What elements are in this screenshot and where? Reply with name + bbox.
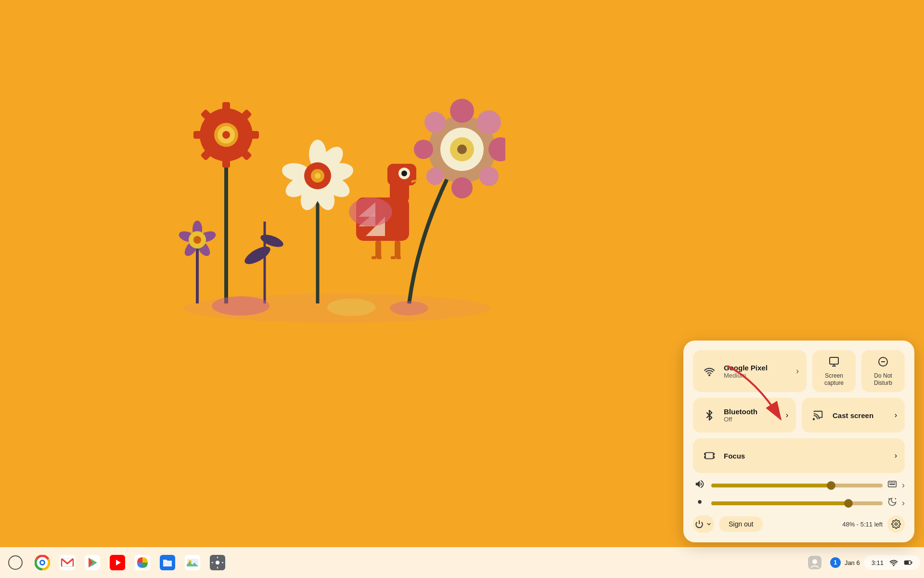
svg-rect-8 — [222, 154, 230, 168]
screen-capture-tile[interactable]: Screen capture — [812, 350, 856, 392]
svg-line-84 — [895, 499, 896, 499]
svg-point-25 — [315, 173, 321, 179]
power-button[interactable] — [693, 515, 714, 533]
brightness-thumb[interactable] — [844, 499, 853, 508]
svg-point-74 — [813, 419, 814, 420]
network-title: Google Pixel — [724, 364, 790, 372]
taskbar-app-settings[interactable] — [206, 551, 229, 574]
launcher-button[interactable] — [4, 551, 27, 574]
taskbar-app-files[interactable] — [156, 551, 179, 574]
brightness-slider[interactable] — [711, 501, 883, 505]
keyboard-icon — [887, 479, 897, 491]
brightness-icon — [693, 497, 706, 510]
volume-slider-row: › — [693, 479, 905, 492]
brightness-more-icon[interactable]: › — [902, 498, 905, 508]
settings-button[interactable] — [887, 515, 905, 533]
focus-arrow-icon: › — [895, 451, 897, 460]
volume-slider[interactable] — [711, 484, 883, 487]
svg-point-27 — [450, 99, 474, 123]
volume-more-icon[interactable]: › — [902, 480, 905, 490]
svg-rect-63 — [396, 256, 401, 259]
cast-icon — [809, 407, 827, 424]
svg-point-30 — [479, 167, 499, 186]
cast-screen-tile[interactable]: Cast screen › — [802, 398, 905, 433]
sliders-container: › — [693, 479, 905, 510]
taskbar-date: Jan 6 — [845, 559, 860, 566]
svg-point-47 — [242, 243, 273, 268]
taskbar-app-play[interactable] — [81, 551, 104, 574]
svg-point-88 — [9, 556, 22, 569]
wifi-status-icon — [889, 558, 898, 567]
bluetooth-arrow-icon: › — [786, 411, 788, 420]
svg-point-82 — [698, 500, 701, 503]
svg-point-31 — [424, 112, 446, 133]
volume-icon — [693, 479, 706, 492]
svg-point-86 — [895, 523, 898, 525]
bluetooth-tile[interactable]: Bluetooth Off › — [693, 398, 796, 433]
svg-rect-60 — [372, 256, 376, 259]
taskbar-app-youtube[interactable] — [106, 551, 129, 574]
svg-point-67 — [390, 301, 428, 315]
do-not-disturb-label: Do Not Disturb — [867, 372, 899, 386]
svg-point-92 — [41, 561, 44, 564]
network-tile[interactable]: Google Pixel Medium › — [693, 350, 807, 392]
qs-row-1: Google Pixel Medium › Screen capture — [693, 350, 905, 392]
notification-badge[interactable]: 1 — [830, 557, 841, 568]
do-not-disturb-icon — [877, 356, 889, 370]
qs-row-3: Focus › — [693, 438, 905, 473]
system-tray[interactable]: 3:11 — [864, 555, 920, 570]
battery-info: 48% - 5:11 left — [842, 521, 883, 528]
focus-title: Focus — [724, 452, 889, 460]
focus-icon — [701, 447, 718, 464]
svg-rect-58 — [375, 241, 381, 258]
svg-line-83 — [889, 499, 890, 499]
brightness-slider-row: › — [693, 497, 905, 510]
desktop: Google Pixel Medium › Screen capture — [0, 0, 924, 578]
svg-point-64 — [349, 197, 392, 226]
battery-status-icon — [904, 558, 912, 567]
svg-point-32 — [414, 140, 433, 159]
qs-bottom-bar: Sign out 48% - 5:11 left — [693, 515, 905, 533]
volume-fill — [711, 484, 831, 487]
svg-rect-75 — [706, 453, 714, 459]
svg-rect-69 — [830, 357, 838, 364]
taskbar-time: 3:11 — [872, 559, 884, 566]
network-subtitle: Medium — [724, 372, 790, 379]
quick-settings-panel: Google Pixel Medium › Screen capture — [683, 341, 914, 542]
qs-row-2: Bluetooth Off › Cast screen — [693, 398, 905, 433]
taskbar-app-photos[interactable] — [131, 551, 154, 574]
svg-point-110 — [812, 559, 817, 564]
taskbar-app-gallery[interactable] — [181, 551, 204, 574]
sign-out-button[interactable]: Sign out — [719, 516, 763, 532]
wifi-icon — [701, 363, 718, 380]
screen-capture-label: Screen capture — [818, 372, 850, 386]
svg-point-108 — [216, 561, 219, 565]
svg-rect-4 — [222, 102, 230, 116]
do-not-disturb-tile[interactable]: Do Not Disturb — [861, 350, 905, 392]
svg-point-13 — [222, 131, 230, 139]
svg-point-28 — [477, 110, 501, 134]
network-arrow-icon: › — [796, 366, 799, 376]
cast-arrow-icon: › — [895, 411, 897, 420]
focus-tile[interactable]: Focus › — [693, 438, 905, 473]
volume-thumb[interactable] — [827, 481, 835, 490]
svg-point-53 — [401, 171, 407, 176]
svg-point-68 — [708, 374, 710, 376]
taskbar-app-gmail[interactable] — [56, 551, 79, 574]
bluetooth-title: Bluetooth — [724, 407, 780, 416]
bluetooth-icon — [701, 407, 718, 424]
svg-point-48 — [259, 232, 285, 250]
taskbar-app-chrome[interactable] — [31, 551, 54, 574]
screen-capture-icon — [828, 356, 840, 370]
taskbar-assistant[interactable] — [803, 551, 826, 574]
svg-rect-114 — [905, 561, 909, 564]
svg-point-33 — [426, 168, 444, 185]
svg-point-45 — [193, 236, 201, 244]
night-mode-icon — [887, 497, 897, 509]
svg-rect-10 — [193, 131, 207, 139]
svg-rect-62 — [391, 256, 396, 259]
svg-point-66 — [327, 299, 375, 316]
svg-rect-6 — [245, 131, 259, 139]
svg-point-65 — [212, 296, 270, 315]
svg-point-37 — [457, 144, 467, 154]
